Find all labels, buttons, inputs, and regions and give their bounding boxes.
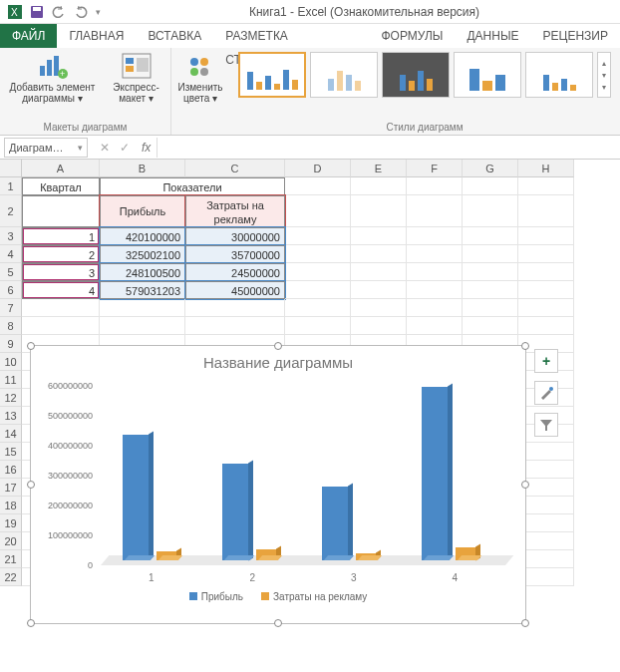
row-header-10[interactable]: 10	[0, 353, 22, 371]
cell-D6[interactable]	[285, 281, 351, 299]
chart-title[interactable]: Название диаграммы	[31, 346, 525, 379]
cell-C3[interactable]: 30000000	[185, 227, 285, 245]
row-header-20[interactable]: 20	[0, 532, 22, 550]
cell-C8[interactable]	[185, 317, 285, 335]
cell-H5[interactable]	[518, 263, 574, 281]
cell-H2[interactable]	[518, 195, 574, 227]
row-header-15[interactable]: 15	[0, 443, 22, 461]
save-icon[interactable]	[30, 5, 44, 19]
cell-A7[interactable]	[22, 299, 100, 317]
cell-G5[interactable]	[463, 263, 518, 281]
tab-page-layout[interactable]: РАЗМЕТКА СТРАНИЦЫ	[213, 24, 369, 48]
cell-E3[interactable]	[351, 227, 407, 245]
chart-handle-se[interactable]	[521, 619, 529, 627]
cell-C2[interactable]: Затраты на рекламу	[185, 195, 285, 227]
col-header-D[interactable]: D	[285, 160, 351, 177]
tab-file[interactable]: ФАЙЛ	[0, 24, 57, 48]
redo-icon[interactable]	[74, 5, 88, 19]
formula-bar[interactable]	[156, 138, 620, 158]
row-header-2[interactable]: 2	[0, 195, 22, 227]
cell-G7[interactable]	[463, 299, 518, 317]
chart-handle-e[interactable]	[521, 481, 529, 489]
cell-D3[interactable]	[285, 227, 351, 245]
legend-item-1[interactable]: Прибыль	[189, 591, 243, 602]
cell-E5[interactable]	[351, 263, 407, 281]
change-colors-button[interactable]: Изменить цвета ▾	[174, 52, 226, 104]
row-header-9[interactable]: 9	[0, 335, 22, 353]
row-header-8[interactable]: 8	[0, 317, 22, 335]
tab-review[interactable]: РЕЦЕНЗИР	[531, 24, 620, 48]
row-header-11[interactable]: 11	[0, 371, 22, 389]
cell-A3[interactable]: 1	[22, 227, 100, 245]
chart-style-5[interactable]	[525, 52, 593, 98]
row-header-13[interactable]: 13	[0, 407, 22, 425]
cell-D5[interactable]	[285, 263, 351, 281]
cell-B7[interactable]	[100, 299, 185, 317]
row-header-22[interactable]: 22	[0, 568, 22, 586]
cell-A8[interactable]	[22, 317, 100, 335]
cell-B6[interactable]: 579031203	[100, 281, 185, 299]
chart-style-gallery-dropdown[interactable]: ▴▾▾	[597, 52, 611, 98]
chart-styles-button[interactable]	[534, 381, 558, 405]
cell-C7[interactable]	[185, 299, 285, 317]
cell-F6[interactable]	[407, 281, 463, 299]
cell-A5[interactable]: 3	[22, 263, 100, 281]
col-header-B[interactable]: B	[100, 160, 185, 177]
cell-H3[interactable]	[518, 227, 574, 245]
formula-confirm-icon[interactable]: ✓	[120, 141, 130, 155]
cell-G1[interactable]	[463, 177, 518, 195]
cell-B5[interactable]: 248100500	[100, 263, 185, 281]
cell-C6[interactable]: 45000000	[185, 281, 285, 299]
chart-handle-n[interactable]	[274, 342, 282, 350]
col-header-C[interactable]: C	[185, 160, 285, 177]
cell-E2[interactable]	[351, 195, 407, 227]
formula-cancel-icon[interactable]: ✕	[100, 141, 110, 155]
cell-E6[interactable]	[351, 281, 407, 299]
undo-icon[interactable]	[52, 5, 66, 19]
cell-A1[interactable]: Квартал	[22, 177, 100, 195]
cell-H22[interactable]	[518, 568, 574, 586]
qa-dropdown-icon[interactable]: ▾	[96, 7, 101, 17]
tab-data[interactable]: ДАННЫЕ	[455, 24, 530, 48]
cell-C5[interactable]: 24500000	[185, 263, 285, 281]
cell-B8[interactable]	[100, 317, 185, 335]
cell-H6[interactable]	[518, 281, 574, 299]
column-headers[interactable]: ABCDEFGH	[22, 160, 620, 177]
chart-handle-w[interactable]	[27, 481, 35, 489]
row-header-5[interactable]: 5	[0, 263, 22, 281]
cell-A2[interactable]	[22, 195, 100, 227]
col-header-F[interactable]: F	[407, 160, 463, 177]
row-header-1[interactable]: 1	[0, 177, 22, 195]
name-box-dropdown-icon[interactable]: ▾	[78, 143, 83, 153]
add-chart-element-button[interactable]: + Добавить элемент диаграммы ▾	[5, 52, 101, 104]
cell-B3[interactable]: 420100000	[100, 227, 185, 245]
chart-filters-button[interactable]	[534, 413, 558, 437]
cell-D8[interactable]	[285, 317, 351, 335]
cell-B4[interactable]: 325002100	[100, 245, 185, 263]
cell-D1[interactable]	[285, 177, 351, 195]
row-header-18[interactable]: 18	[0, 497, 22, 514]
chart-style-2[interactable]	[310, 52, 378, 98]
cell-F3[interactable]	[407, 227, 463, 245]
cell-F8[interactable]	[407, 317, 463, 335]
chart-legend[interactable]: Прибыль Затраты на рекламу	[31, 583, 525, 606]
cell-E1[interactable]	[351, 177, 407, 195]
cell-H4[interactable]	[518, 245, 574, 263]
cell-F2[interactable]	[407, 195, 463, 227]
chart-object[interactable]: Название диаграммы 010000000020000000030…	[30, 345, 526, 624]
cell-D2[interactable]	[285, 195, 351, 227]
legend-item-2[interactable]: Затраты на рекламу	[261, 591, 367, 602]
row-header-17[interactable]: 17	[0, 479, 22, 497]
chart-handle-ne[interactable]	[521, 342, 529, 350]
cell-H8[interactable]	[518, 317, 574, 335]
cell-B2[interactable]: Прибыль	[100, 195, 185, 227]
cell-G4[interactable]	[463, 245, 518, 263]
cell-G2[interactable]	[463, 195, 518, 227]
cell-D4[interactable]	[285, 245, 351, 263]
cell-G8[interactable]	[463, 317, 518, 335]
cell-F1[interactable]	[407, 177, 463, 195]
cell-F5[interactable]	[407, 263, 463, 281]
chart-style-3[interactable]	[382, 52, 450, 98]
cell-H18[interactable]	[518, 497, 574, 514]
cell-H1[interactable]	[518, 177, 574, 195]
